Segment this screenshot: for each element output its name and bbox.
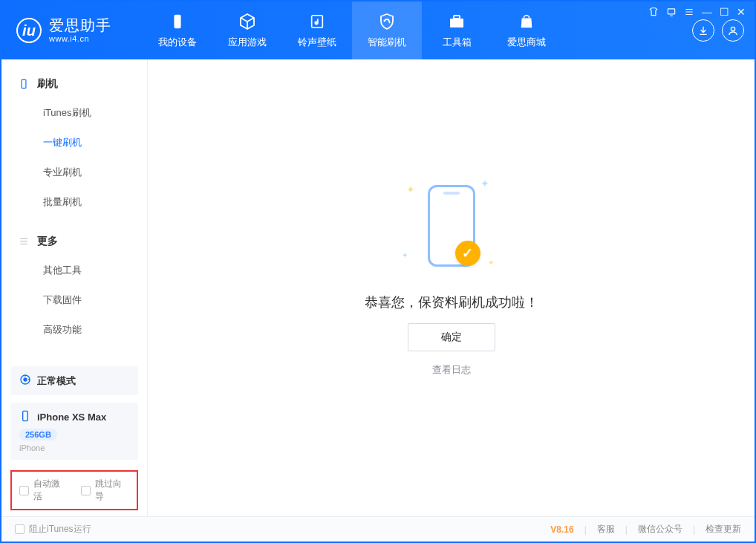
sidebar-cards: 正常模式 iPhone XS Max 256GB iPhone: [1, 366, 147, 467]
view-log-link[interactable]: 查看日志: [432, 363, 471, 377]
svg-rect-1: [174, 15, 180, 28]
app-name: 爱思助手: [49, 16, 111, 34]
bag-icon: [517, 12, 536, 31]
group-flash: 刷机: [1, 70, 147, 98]
ok-button[interactable]: 确定: [408, 323, 495, 351]
svg-rect-3: [450, 19, 463, 27]
close-button[interactable]: ✕: [737, 6, 746, 18]
minimize-button[interactable]: —: [702, 6, 712, 18]
checkbox-icon: [15, 524, 25, 534]
app-url: www.i4.cn: [49, 34, 111, 44]
maximize-button[interactable]: ☐: [720, 6, 729, 18]
version: V8.16: [550, 524, 573, 535]
sidebar-item-pro[interactable]: 专业刷机: [1, 157, 147, 187]
checkbox-auto-activate[interactable]: 自动激活: [19, 478, 68, 503]
support-link[interactable]: 客服: [597, 523, 615, 536]
sidebar-item-itunes[interactable]: iTunes刷机: [1, 98, 147, 128]
device-icon: [168, 12, 187, 31]
svg-point-8: [24, 378, 27, 381]
tab-media[interactable]: 铃声壁纸: [282, 1, 352, 59]
mode-label: 正常模式: [37, 374, 76, 388]
mode-icon: [19, 374, 31, 388]
tab-label: 我的设备: [158, 36, 197, 49]
app-window: — ☐ ✕ iu 爱思助手 www.i4.cn 我的设备 应用游戏 铃声壁纸: [0, 0, 756, 543]
mode-card[interactable]: 正常模式: [10, 366, 138, 395]
sidebar: 刷机 iTunes刷机 一键刷机 专业刷机 批量刷机 更多 其他工具 下载固件 …: [1, 59, 148, 516]
main-content: ✦ ✦ ✦ ✦ ✓ 恭喜您，保资料刷机成功啦！ 确定 查看日志: [148, 59, 755, 516]
header: — ☐ ✕ iu 爱思助手 www.i4.cn 我的设备 应用游戏 铃声壁纸: [1, 1, 755, 59]
checkbox-label: 跳过向导: [95, 478, 129, 503]
flash-icon: [18, 78, 30, 90]
body: 刷机 iTunes刷机 一键刷机 专业刷机 批量刷机 更多 其他工具 下载固件 …: [1, 59, 755, 516]
device-type: iPhone: [19, 443, 129, 452]
success-illustration: ✦ ✦ ✦ ✦ ✓: [396, 170, 507, 282]
logo-icon: iu: [16, 18, 42, 43]
shirt-icon[interactable]: [648, 6, 659, 18]
success-text: 恭喜您，保资料刷机成功啦！: [365, 293, 538, 311]
wechat-link[interactable]: 微信公众号: [638, 523, 682, 536]
device-card[interactable]: iPhone XS Max 256GB iPhone: [10, 403, 138, 460]
logo: iu 爱思助手 www.i4.cn: [1, 1, 143, 59]
checkbox-label: 阻止iTunes运行: [29, 523, 91, 536]
cube-icon: [238, 12, 257, 31]
tabs: 我的设备 应用游戏 铃声壁纸 智能刷机 工具箱 爱思商城: [143, 1, 561, 59]
sidebar-item-fw[interactable]: 下载固件: [1, 285, 147, 315]
sidebar-item-batch[interactable]: 批量刷机: [1, 187, 147, 217]
sidebar-item-onekey[interactable]: 一键刷机: [1, 128, 147, 157]
device-capacity: 256GB: [19, 429, 57, 440]
tab-flash[interactable]: 智能刷机: [352, 1, 422, 59]
device-name: iPhone XS Max: [37, 412, 106, 423]
feedback-icon[interactable]: [666, 6, 677, 18]
tab-label: 工具箱: [443, 36, 472, 49]
download-button[interactable]: [692, 19, 714, 42]
check-icon: ✓: [455, 241, 480, 266]
window-controls: — ☐ ✕: [648, 6, 746, 18]
shield-sync-icon: [377, 12, 397, 31]
phone-icon: ✓: [428, 185, 475, 267]
sidebar-item-adv[interactable]: 高级功能: [1, 315, 147, 345]
more-icon: [18, 235, 30, 247]
checkbox-icon: [19, 486, 29, 495]
footer: 阻止iTunes运行 V8.16 | 客服 | 微信公众号 | 检查更新: [1, 516, 755, 542]
group-title-label: 更多: [37, 235, 58, 248]
tab-label: 爱思商城: [507, 36, 546, 49]
menu-icon[interactable]: [684, 6, 694, 18]
svg-point-5: [731, 27, 734, 30]
sidebar-item-other[interactable]: 其他工具: [1, 256, 147, 285]
toolbox-icon: [447, 12, 466, 31]
user-button[interactable]: [722, 19, 744, 42]
tab-label: 智能刷机: [368, 36, 406, 49]
sidebar-nav: 刷机 iTunes刷机 一键刷机 专业刷机 批量刷机 更多 其他工具 下载固件 …: [1, 59, 147, 366]
svg-rect-9: [23, 411, 28, 420]
tab-store[interactable]: 爱思商城: [492, 1, 561, 59]
svg-rect-6: [22, 79, 26, 88]
tab-label: 铃声壁纸: [298, 36, 336, 49]
checkbox-skip-guide[interactable]: 跳过向导: [81, 478, 129, 503]
group-more: 更多: [1, 227, 147, 256]
music-icon: [307, 12, 327, 31]
svg-rect-0: [668, 9, 674, 14]
svg-rect-4: [454, 16, 460, 19]
checkbox-block-itunes[interactable]: 阻止iTunes运行: [15, 523, 91, 536]
tab-toolbox[interactable]: 工具箱: [422, 1, 492, 59]
checkbox-label: 自动激活: [33, 478, 68, 503]
bottom-options: 自动激活 跳过向导: [10, 470, 138, 510]
device-icon: [19, 410, 31, 424]
check-update-link[interactable]: 检查更新: [706, 523, 741, 536]
checkbox-icon: [81, 486, 91, 495]
tab-label: 应用游戏: [228, 36, 267, 49]
tab-apps[interactable]: 应用游戏: [212, 1, 282, 59]
group-title-label: 刷机: [37, 77, 58, 91]
tab-device[interactable]: 我的设备: [143, 1, 212, 59]
